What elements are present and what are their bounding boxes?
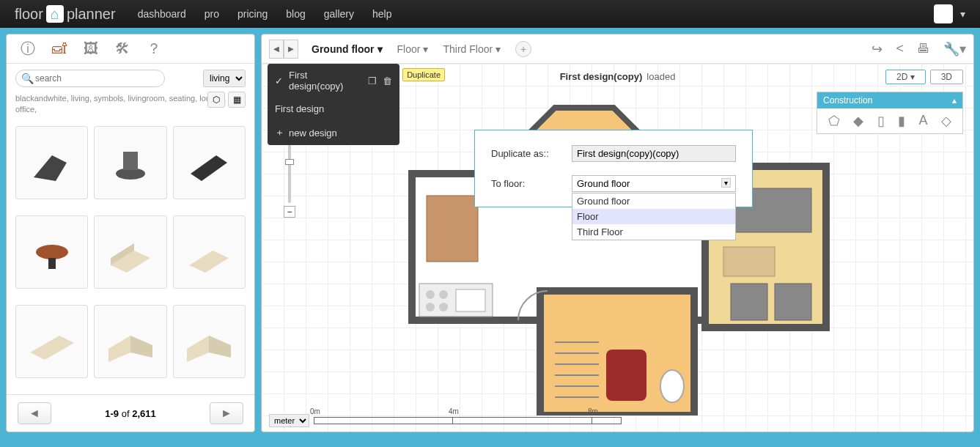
zoom-out-button[interactable]: − xyxy=(284,206,295,218)
settings-icon[interactable]: 🔧▾ xyxy=(943,41,966,57)
tag-list: blackandwhite, living, symbols, livingro… xyxy=(7,93,254,120)
floor-tab-ground[interactable]: Ground floor ▾ xyxy=(312,43,383,55)
duplicate-as-input[interactable] xyxy=(572,145,736,162)
svg-marker-13 xyxy=(209,336,231,358)
svg-marker-8 xyxy=(189,251,229,273)
photos-icon[interactable]: 🖼 xyxy=(81,39,101,59)
logo[interactable]: floor ⌂ planner xyxy=(15,5,116,23)
view-2d-toggle[interactable]: ▦ xyxy=(228,92,246,108)
export-icon[interactable]: ↪ xyxy=(872,41,883,57)
nav-links: dashboard pro pricing blog gallery help xyxy=(138,8,392,20)
furniture-item[interactable] xyxy=(94,126,166,199)
furniture-item[interactable] xyxy=(94,305,166,378)
svg-marker-12 xyxy=(187,336,209,362)
svg-marker-6 xyxy=(111,251,150,273)
furniture-item[interactable] xyxy=(173,215,246,289)
furniture-grid xyxy=(7,120,254,394)
top-nav: floor ⌂ planner dashboard pro pricing bl… xyxy=(0,0,980,28)
user-area[interactable]: ▾ xyxy=(934,4,965,23)
furniture-icon[interactable]: 🛋 xyxy=(49,39,70,59)
category-select[interactable]: living xyxy=(203,70,246,87)
svg-rect-2 xyxy=(123,152,138,170)
design-menu-new[interactable]: ＋ new design xyxy=(268,120,399,145)
logo-text-1: floor xyxy=(15,6,43,23)
library-panel: ⓘ 🛋 🖼 🛠 ？ 🔍 living blackandwhite, living… xyxy=(6,34,255,432)
to-floor-options: Ground floor Floor Third Floor xyxy=(572,193,736,240)
design-menu-item[interactable]: First design xyxy=(268,97,399,120)
svg-marker-3 xyxy=(191,155,227,181)
floor-option[interactable]: Ground floor xyxy=(572,193,735,209)
furniture-item[interactable] xyxy=(15,305,88,378)
view-3d-button[interactable]: 3D xyxy=(930,70,963,84)
svg-point-19 xyxy=(426,290,435,299)
furniture-item[interactable] xyxy=(15,126,88,199)
tools-icon[interactable]: 🛠 xyxy=(112,39,133,59)
svg-marker-10 xyxy=(108,336,130,362)
history-fwd-button[interactable]: ► xyxy=(284,40,298,59)
svg-point-21 xyxy=(426,303,435,311)
svg-point-22 xyxy=(439,303,448,311)
svg-rect-26 xyxy=(731,284,767,320)
to-floor-select[interactable]: Ground floor xyxy=(572,175,736,192)
svg-rect-23 xyxy=(456,289,485,311)
svg-marker-11 xyxy=(130,336,152,358)
furniture-item[interactable] xyxy=(173,305,246,378)
add-floor-button[interactable]: + xyxy=(515,41,531,57)
tool-dimension-icon[interactable]: ◇ xyxy=(941,113,951,129)
zoom-slider[interactable] xyxy=(288,144,291,203)
design-menu-item-active[interactable]: First design(copy) ❐ 🗑 Duplicate xyxy=(268,64,399,97)
search-icon: 🔍 xyxy=(21,73,34,84)
nav-dashboard[interactable]: dashboard xyxy=(138,8,186,20)
floor-tab-third[interactable]: Third Floor ▾ xyxy=(443,43,501,55)
nav-pricing[interactable]: pricing xyxy=(237,8,268,20)
svg-rect-5 xyxy=(48,258,56,269)
furniture-item[interactable] xyxy=(15,215,88,289)
floor-tabs: Ground floor ▾ Floor ▾ Third Floor ▾ + xyxy=(312,41,531,57)
svg-rect-27 xyxy=(775,284,811,320)
collapse-icon: ▴ xyxy=(952,95,957,106)
share-icon[interactable]: < xyxy=(896,41,904,57)
duplicate-as-label: Duplicate as:: xyxy=(491,148,572,159)
tool-room-icon[interactable]: ⬠ xyxy=(828,113,840,129)
scale-bar: meter 0m 4m 8m xyxy=(269,414,622,427)
page-prev-button[interactable]: ◄ xyxy=(18,402,51,424)
plus-icon: ＋ xyxy=(275,126,284,139)
info-icon[interactable]: ⓘ xyxy=(18,39,38,59)
logo-icon: ⌂ xyxy=(46,5,64,23)
design-title: First design(copy)loaded xyxy=(560,71,676,82)
delete-icon[interactable]: 🗑 xyxy=(383,75,392,86)
avatar xyxy=(934,4,953,23)
tool-wall-icon[interactable]: ▯ xyxy=(877,113,885,129)
print-icon[interactable]: 🖶 xyxy=(917,41,930,57)
nav-pro[interactable]: pro xyxy=(205,8,219,20)
to-floor-label: To floor: xyxy=(491,178,572,189)
page-info: 1-9 of 2,611 xyxy=(105,408,155,419)
library-toolbar: ⓘ 🛋 🖼 🛠 ？ xyxy=(7,34,254,64)
svg-rect-35 xyxy=(606,350,646,401)
user-menu-caret[interactable]: ▾ xyxy=(960,8,965,20)
tool-door-icon[interactable]: ▮ xyxy=(898,113,905,129)
pager: ◄ 1-9 of 2,611 ► xyxy=(7,394,254,432)
view-2d-button[interactable]: 2D ▾ xyxy=(885,70,926,84)
svg-point-36 xyxy=(660,370,684,402)
floor-option[interactable]: Third Floor xyxy=(572,224,735,240)
unit-select[interactable]: meter xyxy=(269,414,309,427)
floor-option[interactable]: Floor xyxy=(572,209,735,224)
nav-blog[interactable]: blog xyxy=(286,8,305,20)
help-icon[interactable]: ？ xyxy=(144,39,164,59)
tool-text-icon[interactable]: A xyxy=(918,113,927,129)
floor-tab-floor[interactable]: Floor ▾ xyxy=(397,43,429,55)
duplicate-dialog: Duplicate as:: To floor: Ground floor Gr… xyxy=(474,130,753,207)
construction-header[interactable]: Construction▴ xyxy=(817,92,962,108)
duplicate-icon[interactable]: ❐ xyxy=(368,75,377,86)
page-next-button[interactable]: ► xyxy=(210,402,243,424)
nav-gallery[interactable]: gallery xyxy=(324,8,354,20)
canvas-area: ◄ ► Ground floor ▾ Floor ▾ Third Floor ▾… xyxy=(261,34,974,432)
nav-help[interactable]: help xyxy=(372,8,391,20)
furniture-item[interactable] xyxy=(173,126,246,199)
history-back-button[interactable]: ◄ xyxy=(269,40,284,59)
tool-surface-icon[interactable]: ◆ xyxy=(853,113,863,129)
search-input[interactable] xyxy=(15,70,165,87)
view-3d-toggle[interactable]: ⬡ xyxy=(207,92,225,108)
furniture-item[interactable] xyxy=(94,215,166,289)
